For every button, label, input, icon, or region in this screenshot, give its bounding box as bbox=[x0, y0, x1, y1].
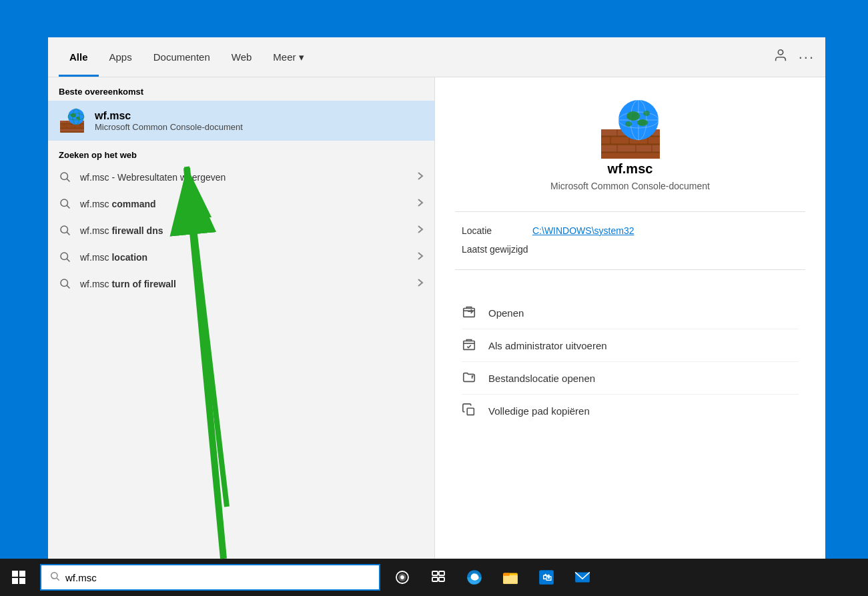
search-icon-3 bbox=[59, 251, 72, 264]
web-search-item-3[interactable]: wf.msc location bbox=[48, 244, 434, 271]
svg-rect-34 bbox=[601, 153, 660, 159]
taskbar-search-input[interactable] bbox=[65, 572, 371, 583]
tabs-bar: Alle Apps Documenten Web Meer ▾ ··· bbox=[48, 37, 825, 77]
svg-rect-4 bbox=[60, 129, 84, 131]
svg-line-27 bbox=[67, 259, 69, 261]
svg-point-52 bbox=[626, 111, 640, 121]
action-folder-label: Bestandslocatie openen bbox=[488, 373, 595, 384]
location-label: Locatie bbox=[462, 225, 522, 236]
best-match-text: wf.msc Microsoft Common Console-document bbox=[95, 110, 243, 132]
svg-rect-33 bbox=[601, 145, 660, 152]
svg-text:🛍: 🛍 bbox=[542, 572, 552, 583]
right-actions: Openen Als administrator uitvoeren bbox=[455, 290, 805, 427]
task-view-icon[interactable] bbox=[422, 559, 455, 596]
chevron-right-icon-1 bbox=[417, 198, 424, 210]
start-button[interactable] bbox=[0, 559, 37, 596]
mail-icon[interactable] bbox=[566, 559, 599, 596]
svg-rect-69 bbox=[439, 577, 444, 581]
web-item-label-0: wf.msc - Webresultaten weergeven bbox=[80, 172, 409, 183]
svg-line-21 bbox=[67, 179, 69, 181]
taskbar-app-icons: 🛍 bbox=[386, 559, 599, 596]
svg-point-61 bbox=[51, 573, 57, 579]
user-icon[interactable] bbox=[773, 48, 788, 66]
action-copy-label: Volledige pad kopiëren bbox=[488, 405, 590, 417]
action-admin-label: Als administrator uitvoeren bbox=[488, 340, 607, 351]
svg-line-23 bbox=[67, 205, 69, 208]
svg-point-65 bbox=[401, 576, 404, 579]
svg-point-20 bbox=[61, 173, 68, 180]
more-options-icon[interactable]: ··· bbox=[799, 49, 815, 66]
divider-1 bbox=[455, 211, 805, 212]
last-modified-row: Laatst gewijzigd bbox=[462, 244, 799, 255]
chevron-right-icon-2 bbox=[417, 225, 424, 237]
search-icon-2 bbox=[59, 224, 72, 237]
action-admin[interactable]: Als administrator uitvoeren bbox=[462, 329, 799, 362]
svg-rect-32 bbox=[601, 137, 660, 144]
svg-point-15 bbox=[68, 109, 84, 125]
web-item-label-4: wf.msc turn of firewall bbox=[80, 279, 409, 289]
tab-web[interactable]: Web bbox=[221, 37, 263, 77]
admin-icon bbox=[462, 337, 478, 353]
svg-point-26 bbox=[61, 253, 68, 260]
web-item-label-2: wf.msc firewall dns bbox=[80, 225, 409, 236]
svg-point-18 bbox=[71, 113, 76, 117]
web-item-label-1: wf.msc command bbox=[80, 199, 409, 209]
svg-rect-67 bbox=[439, 571, 444, 575]
svg-point-19 bbox=[76, 117, 80, 119]
chevron-right-icon-3 bbox=[417, 251, 424, 263]
open-icon bbox=[462, 305, 478, 321]
web-search-item-4[interactable]: wf.msc turn of firewall bbox=[48, 271, 434, 297]
svg-point-22 bbox=[61, 199, 68, 207]
content-area: Beste overeenkomst bbox=[48, 77, 825, 559]
last-modified-label: Laatst gewijzigd bbox=[462, 244, 528, 255]
action-folder[interactable]: Bestandslocatie openen bbox=[462, 362, 799, 395]
taskbar-search-icon bbox=[49, 571, 60, 584]
search-panel: Alle Apps Documenten Web Meer ▾ ··· bbox=[48, 37, 825, 559]
action-open[interactable]: Openen bbox=[462, 297, 799, 329]
tab-documenten[interactable]: Documenten bbox=[143, 37, 221, 77]
action-open-label: Openen bbox=[488, 307, 524, 319]
taskbar: 🛍 bbox=[0, 559, 868, 596]
taskbar-search-box[interactable] bbox=[40, 564, 380, 591]
search-icon-0 bbox=[59, 171, 72, 184]
file-explorer-icon[interactable] bbox=[494, 559, 527, 596]
svg-rect-68 bbox=[432, 577, 438, 581]
folder-icon bbox=[462, 370, 478, 386]
svg-point-54 bbox=[625, 121, 632, 127]
best-match-item[interactable]: wf.msc Microsoft Common Console-document bbox=[48, 101, 434, 141]
chevron-down-icon: ▾ bbox=[299, 51, 304, 63]
action-copy[interactable]: Volledige pad kopiëren bbox=[462, 395, 799, 427]
edge-icon[interactable] bbox=[458, 559, 491, 596]
chevron-right-icon-4 bbox=[417, 278, 424, 290]
web-search-item-0[interactable]: wf.msc - Webresultaten weergeven bbox=[48, 164, 434, 191]
best-match-subtitle: Microsoft Common Console-document bbox=[95, 122, 243, 132]
svg-rect-60 bbox=[467, 408, 474, 415]
svg-point-53 bbox=[637, 119, 648, 126]
svg-rect-71 bbox=[503, 575, 518, 584]
left-panel: Beste overeenkomst bbox=[48, 77, 435, 559]
search-icon-4 bbox=[59, 277, 72, 291]
svg-line-29 bbox=[67, 285, 69, 288]
search-icon-1 bbox=[59, 197, 72, 211]
tabs-right-actions: ··· bbox=[773, 48, 815, 66]
web-search-item-1[interactable]: wf.msc command bbox=[48, 191, 434, 217]
svg-line-62 bbox=[57, 578, 59, 581]
cortana-icon[interactable] bbox=[386, 559, 419, 596]
svg-line-25 bbox=[67, 232, 69, 235]
store-icon[interactable]: 🛍 bbox=[530, 559, 563, 596]
right-app-title: wf.msc bbox=[608, 161, 653, 177]
app-icon-small bbox=[59, 107, 85, 134]
tab-apps[interactable]: Apps bbox=[99, 37, 143, 77]
location-value[interactable]: C:\WINDOWS\system32 bbox=[532, 225, 634, 236]
tab-meer[interactable]: Meer ▾ bbox=[262, 37, 314, 77]
location-row: Locatie C:\WINDOWS\system32 bbox=[462, 225, 799, 236]
best-match-title: wf.msc bbox=[95, 110, 243, 122]
windows-logo-icon bbox=[12, 571, 25, 584]
svg-point-24 bbox=[61, 226, 68, 233]
web-search-item-2[interactable]: wf.msc firewall dns bbox=[48, 217, 434, 244]
right-info-section: Locatie C:\WINDOWS\system32 Laatst gewij… bbox=[455, 225, 805, 263]
svg-rect-56 bbox=[464, 309, 475, 317]
copy-icon bbox=[462, 403, 478, 419]
tab-alle[interactable]: Alle bbox=[59, 37, 99, 77]
right-app-subtitle: Microsoft Common Console-document bbox=[550, 181, 710, 191]
